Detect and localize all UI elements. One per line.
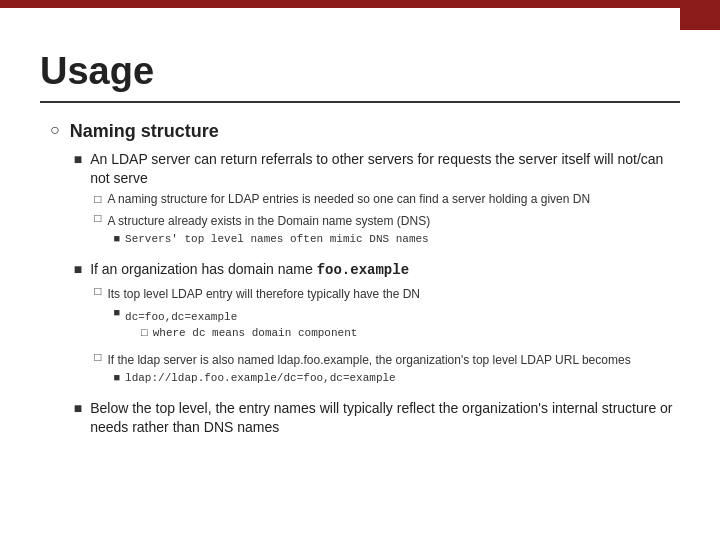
bullet-marker-l3-4: □ (94, 350, 101, 364)
main-content: ○ Naming structure ■ An LDAP server can … (40, 119, 680, 442)
bullet-ldap-referrals: ■ An LDAP server can return referrals to… (74, 150, 680, 252)
bullet-marker-l4-1: ■ (113, 232, 120, 244)
text-structure-dns: A structure already exists in the Domain… (107, 214, 430, 228)
sub-sub-sub-bullets-2: ■ dc=foo,dc=example □ where dc me (113, 306, 420, 344)
text-top-level-dn: Its top level LDAP entry will therefore … (107, 287, 420, 301)
bullet-ldap-url: □ If the ldap server is also named ldap.… (94, 350, 631, 389)
text-dc-means: where dc means domain component (153, 326, 358, 340)
bullet-foo-example: ■ If an organization has domain name foo… (74, 260, 680, 391)
text-naming-needed: A naming structure for LDAP entries is n… (107, 192, 590, 208)
bullet-dc-foo: ■ dc=foo,dc=example □ where dc me (113, 306, 420, 344)
text-below-top-level: Below the top level, the entry names wil… (90, 399, 680, 437)
bullet-marker-l3-1: □ (94, 192, 101, 206)
bullet-top-level-dn: □ Its top level LDAP entry will therefor… (94, 284, 631, 346)
text-ldap-url: If the ldap server is also named ldap.fo… (107, 353, 630, 367)
bullet-naming-structure: ○ Naming structure ■ An LDAP server can … (50, 119, 680, 442)
divider (40, 101, 680, 103)
slide-title: Usage (40, 50, 680, 93)
sub-bullets-naming: ■ An LDAP server can return referrals to… (74, 150, 680, 437)
bullet-ldap-url-value: ■ ldap://ldap.foo.example/dc=foo,dc=exam… (113, 371, 630, 385)
text-dns-mimic: Servers' top level names often mimic DNS… (125, 232, 429, 246)
text-foo-example: If an organization has domain name foo.e… (90, 261, 409, 277)
bullet-marker-l2-3: ■ (74, 400, 82, 416)
text-ldap-referrals: An LDAP server can return referrals to o… (90, 151, 663, 186)
bullet-marker-l1: ○ (50, 121, 60, 139)
bullet-marker-l2-1: ■ (74, 151, 82, 167)
bullet-marker-l4-4: ■ (113, 371, 120, 383)
sub-sub-bullets-1: □ A naming structure for LDAP entries is… (94, 192, 680, 249)
bullet-dc-means: □ where dc means domain component (141, 326, 357, 340)
sub-sub-sub-bullets-1: ■ Servers' top level names often mimic D… (113, 232, 430, 246)
corner-box (680, 0, 720, 30)
domain-name-text: foo.example (317, 262, 409, 278)
bullet-dns-mimic: ■ Servers' top level names often mimic D… (113, 232, 430, 246)
bullet-marker-l4-2: ■ (113, 306, 120, 318)
bullet-marker-l3-3: □ (94, 284, 101, 298)
text-dc-foo: dc=foo,dc=example (125, 311, 237, 323)
text-ldap-url-value: ldap://ldap.foo.example/dc=foo,dc=exampl… (125, 371, 396, 385)
bullet-naming-needed: □ A naming structure for LDAP entries is… (94, 192, 680, 208)
sub-sub-bullets-2: □ Its top level LDAP entry will therefor… (94, 284, 631, 388)
bullet-structure-dns: □ A structure already exists in the Doma… (94, 211, 680, 250)
bullet-marker-l2-2: ■ (74, 261, 82, 277)
slide: Usage ○ Naming structure ■ An LDAP serve… (0, 0, 720, 540)
bullet-marker-l3-2: □ (94, 211, 101, 225)
bullet-below-top-level: ■ Below the top level, the entry names w… (74, 399, 680, 437)
sub-sub-sub-bullets-3: ■ ldap://ldap.foo.example/dc=foo,dc=exam… (113, 371, 630, 385)
heading-naming-structure: Naming structure (70, 121, 219, 141)
top-bar (0, 0, 720, 8)
bullet-marker-l4-3: □ (141, 326, 148, 338)
